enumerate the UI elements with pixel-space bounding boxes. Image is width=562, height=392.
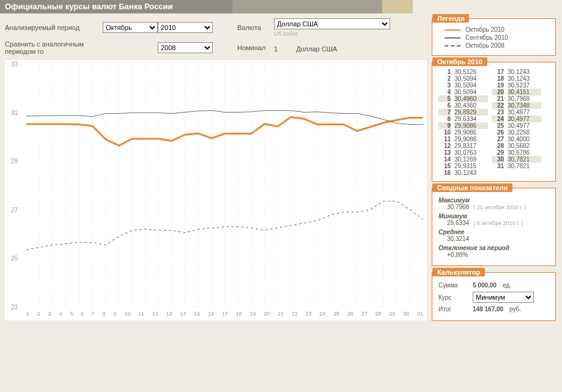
rates-panel-title: Октябрь 2010	[432, 57, 487, 66]
calc-sum-unit: ед.	[503, 282, 511, 289]
chart-xlabel: 25	[333, 311, 339, 317]
rate-day: 1	[438, 68, 451, 75]
rate-value: 30,5094	[454, 75, 488, 82]
chart-xlabel: 6	[81, 311, 84, 317]
chart-xlabel: 17	[222, 311, 228, 317]
rates-chart: 232527293133 123456789101112131415161718…	[5, 60, 427, 320]
rate-value: 29,8929	[454, 109, 488, 116]
rate-value: 30,5126	[454, 68, 488, 75]
nominal-value: 1	[274, 45, 278, 53]
rate-day: 7	[438, 109, 451, 116]
legend-label: Сентябрь 2010	[465, 34, 508, 41]
chart-xlabel: 21	[278, 311, 284, 317]
rate-day: 22	[492, 102, 504, 109]
rate-value: 30,5094	[454, 89, 488, 95]
currency-select[interactable]: Доллар США	[274, 18, 390, 29]
summary-avg-value: 30,3214	[447, 235, 469, 242]
compare-label: Сравнить с аналогичным периодом го	[5, 40, 103, 55]
rate-day: 18	[492, 75, 504, 82]
legend-item: Октябрь 2010	[445, 26, 549, 33]
chart-ylabel: 23	[11, 304, 18, 311]
summary-max-value: 30,7968	[447, 204, 469, 210]
year-select[interactable]: 2010	[158, 22, 213, 33]
chart-ylabel: 27	[11, 206, 18, 213]
chart-xlabel: 13	[166, 311, 172, 317]
rates-panel: Октябрь 2010 130,51261730,1243230,509418…	[432, 62, 556, 182]
chart-xlabel: 11	[138, 311, 144, 317]
rate-value: 30,4360	[454, 102, 488, 109]
summary-panel: Сводные показатели Максимум 30,7968 ( 21…	[432, 188, 556, 266]
chart-xlabel: 28	[375, 311, 382, 317]
chart-xlabel: 26	[347, 311, 353, 317]
rate-value: 30,1269	[454, 156, 488, 163]
rate-value: 30,7821	[508, 163, 541, 169]
rate-day: 15	[438, 163, 451, 169]
calc-total-label: Итог	[438, 306, 467, 312]
summary-max-label: Максимум	[438, 197, 470, 204]
rate-value: 30,0763	[454, 149, 488, 156]
rate-value: 30,6786	[508, 149, 541, 156]
rate-day: 29	[492, 149, 504, 156]
chart-xlabel: 12	[152, 311, 158, 317]
summary-dev-label: Отклонение за период	[438, 245, 509, 251]
page-title: Официальные курсы валют Банка России	[0, 0, 562, 13]
rate-day: 5	[438, 95, 451, 102]
chart-xlabel: 18	[236, 311, 242, 317]
rate-value: 29,6334	[454, 116, 488, 122]
chart-xlabel: 23	[306, 311, 312, 317]
rate-value: 30,7821	[508, 156, 541, 163]
rate-value: 30,5237	[508, 82, 541, 89]
rate-value: 29,9315	[454, 163, 488, 169]
legend-swatch	[445, 45, 460, 46]
summary-max-note: ( 21 октября 2010 г. )	[473, 204, 526, 210]
rate-value: 30,5094	[454, 82, 488, 89]
chart-xlabel: 22	[292, 311, 298, 317]
rate-value: 30,7968	[508, 95, 541, 102]
chart-xlabel: 5	[70, 311, 73, 317]
rate-day: 20	[492, 89, 504, 95]
rate-day: 30	[492, 156, 504, 163]
legend-swatch	[445, 37, 460, 39]
rate-value: 30,4977	[508, 122, 541, 129]
calc-panel: Калькулятор Сумма 5 000,00 ед. Курс Мини…	[432, 272, 556, 321]
rate-value: 30,7348	[508, 102, 541, 109]
summary-min-label: Минимум	[438, 213, 467, 220]
legend-title: Легенда	[432, 14, 469, 23]
calc-rate-select[interactable]: Минимум	[473, 292, 534, 303]
rate-day: 31	[492, 163, 504, 169]
rate-day: 17	[492, 68, 504, 75]
calc-rate-label: Курс	[438, 294, 467, 301]
rate-day: 16	[438, 169, 451, 176]
rate-value: 30,4977	[508, 116, 541, 122]
rate-value: 30,4960	[454, 95, 488, 102]
chart-xlabel: 29	[389, 311, 395, 317]
chart-xlabel: 16	[208, 311, 214, 317]
chart-xlabel: 9	[113, 311, 116, 317]
rate-value: 30,4977	[508, 109, 541, 116]
currency-subnote: US Dollar	[274, 31, 402, 37]
chart-xlabel: 4	[59, 311, 62, 317]
rate-day: 2	[438, 75, 451, 82]
chart-xlabel: 14	[180, 311, 186, 317]
rate-day: 28	[492, 142, 504, 149]
legend-swatch	[445, 29, 460, 31]
rate-day: 26	[492, 129, 504, 136]
nominal-unit: Доллар США	[296, 45, 337, 53]
chart-xlabel: 19	[250, 311, 256, 317]
chart-xlabel: 20	[264, 311, 270, 317]
chart-xlabel: 27	[361, 311, 368, 317]
rate-value: 29,9086	[454, 136, 488, 142]
rate-day: 27	[492, 136, 504, 142]
compare-year-select[interactable]: 2008	[158, 42, 213, 53]
rate-day: 8	[438, 116, 451, 122]
legend-label: Октябрь 2008	[465, 42, 505, 49]
rate-day: 19	[492, 82, 504, 89]
rate-day: 3	[438, 82, 451, 89]
month-select[interactable]: Октябрь	[103, 22, 158, 33]
chart-xlabel: 30	[403, 311, 409, 317]
calc-total-value: 148 167,00	[473, 306, 503, 312]
rate-value: 30,4151	[508, 89, 541, 95]
chart-xlabel: 3	[48, 311, 51, 317]
rate-value: 30,1243	[454, 169, 488, 176]
rate-day: 12	[438, 142, 451, 149]
